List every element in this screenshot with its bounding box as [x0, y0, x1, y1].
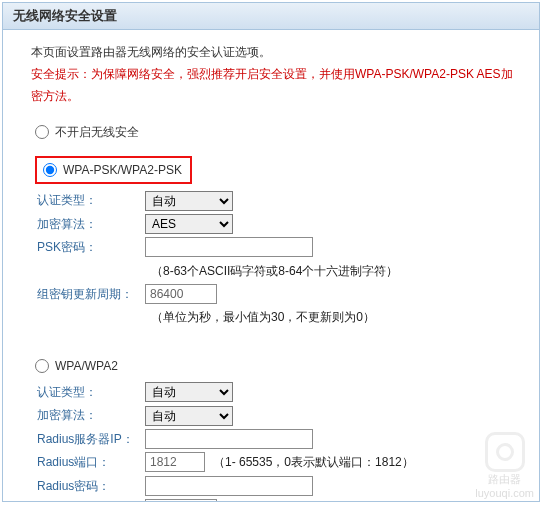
psk-pwd-label: PSK密码： — [37, 237, 145, 257]
radius-port-label: Radius端口： — [37, 452, 145, 472]
panel-title: 无线网络安全设置 — [3, 3, 539, 30]
psk-rekey-input[interactable] — [145, 284, 217, 304]
radio-disable-label: 不开启无线安全 — [55, 122, 139, 142]
psk-enc-select[interactable]: AES — [145, 214, 233, 234]
radius-port-hint: （1- 65535，0表示默认端口：1812） — [213, 452, 414, 472]
psk-auth-select[interactable]: 自动 — [145, 191, 233, 211]
radio-disable[interactable] — [35, 125, 49, 139]
psk-rekey-hint: （单位为秒，最小值为30，不更新则为0） — [151, 307, 519, 327]
psk-pwd-input[interactable] — [145, 237, 313, 257]
wpapsk-form: 认证类型： 自动 加密算法： AES PSK密码： （8-63个ASCII码字符… — [37, 190, 519, 327]
panel-body: 本页面设置路由器无线网络的安全认证选项。 安全提示：为保障网络安全，强烈推荐开启… — [3, 30, 539, 502]
wpa-enc-label: 加密算法： — [37, 405, 145, 425]
radius-port-input[interactable] — [145, 452, 205, 472]
settings-panel: 无线网络安全设置 本页面设置路由器无线网络的安全认证选项。 安全提示：为保障网络… — [2, 2, 540, 502]
wpa-rekey-input[interactable] — [145, 499, 217, 502]
option-disable-row: 不开启无线安全 — [35, 122, 519, 142]
psk-enc-label: 加密算法： — [37, 214, 145, 234]
highlight-box: WPA-PSK/WPA2-PSK — [35, 156, 192, 184]
psk-pwd-hint: （8-63个ASCII码字符或8-64个十六进制字符） — [151, 261, 519, 281]
security-warning: 安全提示：为保障网络安全，强烈推荐开启安全设置，并使用WPA-PSK/WPA2-… — [31, 64, 519, 107]
radio-wpapsk-label: WPA-PSK/WPA2-PSK — [63, 160, 182, 180]
wpa-rekey-label: 组密钥更新周期： — [37, 499, 145, 502]
radio-wpapsk[interactable] — [43, 163, 57, 177]
wpa-enc-select[interactable]: 自动 — [145, 406, 233, 426]
wpa-auth-select[interactable]: 自动 — [145, 382, 233, 402]
radio-wpa[interactable] — [35, 359, 49, 373]
radius-pwd-label: Radius密码： — [37, 476, 145, 496]
radius-pwd-input[interactable] — [145, 476, 313, 496]
intro-text: 本页面设置路由器无线网络的安全认证选项。 — [31, 42, 519, 62]
psk-rekey-label: 组密钥更新周期： — [37, 284, 145, 304]
option-wpa-row: WPA/WPA2 — [35, 356, 519, 376]
radius-ip-input[interactable] — [145, 429, 313, 449]
radio-wpa-label: WPA/WPA2 — [55, 356, 118, 376]
option-wpapsk-row: WPA-PSK/WPA2-PSK — [35, 156, 519, 184]
wpa-auth-label: 认证类型： — [37, 382, 145, 402]
wpa-form: 认证类型： 自动 加密算法： 自动 Radius服务器IP： Radius端口：… — [37, 382, 519, 502]
psk-auth-label: 认证类型： — [37, 190, 145, 210]
radius-ip-label: Radius服务器IP： — [37, 429, 145, 449]
